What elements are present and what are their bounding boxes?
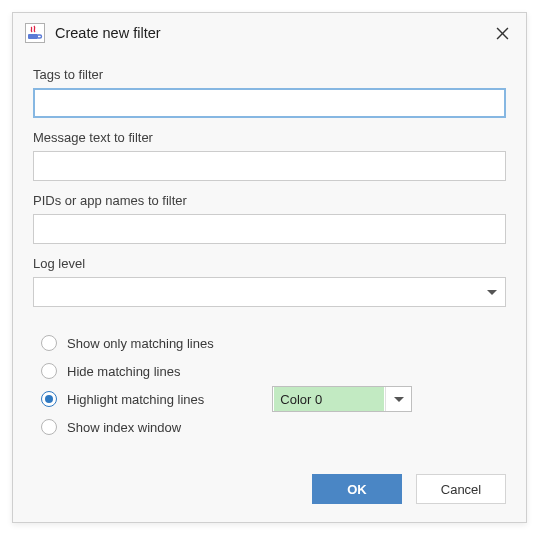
radio-show-only[interactable] (41, 335, 57, 351)
radio-hide-label[interactable]: Hide matching lines (67, 364, 180, 379)
radio-index-window[interactable] (41, 419, 57, 435)
loglevel-label: Log level (33, 256, 506, 271)
close-icon (496, 27, 509, 40)
radio-highlight[interactable] (41, 391, 57, 407)
chevron-down-icon (394, 397, 404, 402)
tags-input[interactable] (33, 88, 506, 118)
ok-button[interactable]: OK (312, 474, 402, 504)
chevron-down-icon (487, 290, 497, 295)
radio-hide[interactable] (41, 363, 57, 379)
radio-show-only-label[interactable]: Show only matching lines (67, 336, 214, 351)
mode-radio-group: Show only matching lines Hide matching l… (33, 329, 506, 441)
tags-label: Tags to filter (33, 67, 506, 82)
radio-highlight-label[interactable]: Highlight matching lines (67, 392, 204, 407)
cancel-button[interactable]: Cancel (416, 474, 506, 504)
dialog-title: Create new filter (55, 25, 490, 41)
message-input[interactable] (33, 151, 506, 181)
highlight-color-select[interactable]: Color 0 (272, 386, 412, 412)
color-select-caret (385, 387, 411, 411)
svg-rect-0 (28, 34, 38, 39)
titlebar: Create new filter (13, 13, 526, 49)
radio-index-window-label[interactable]: Show index window (67, 420, 181, 435)
dialog-buttons: OK Cancel (312, 474, 506, 504)
color-swatch: Color 0 (274, 387, 384, 411)
loglevel-select[interactable] (33, 277, 506, 307)
pids-input[interactable] (33, 214, 506, 244)
message-label: Message text to filter (33, 130, 506, 145)
create-filter-dialog: Create new filter Tags to filter Message… (12, 12, 527, 523)
dialog-content: Tags to filter Message text to filter PI… (13, 49, 526, 441)
java-app-icon (25, 23, 45, 43)
pids-label: PIDs or app names to filter (33, 193, 506, 208)
close-button[interactable] (490, 21, 514, 45)
